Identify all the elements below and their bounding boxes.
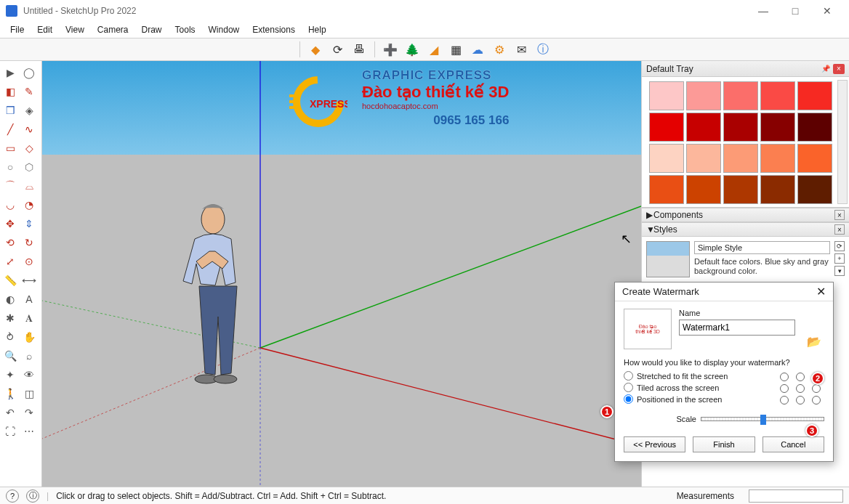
menu-extensions[interactable]: Extensions — [246, 23, 301, 36]
next-tool[interactable]: ↷ — [20, 404, 38, 421]
color-swatch[interactable] — [760, 113, 795, 142]
mail-icon[interactable]: ✉ — [512, 40, 531, 59]
dimension-tool[interactable]: ⟷ — [20, 272, 38, 289]
watermark-name-input[interactable] — [679, 320, 795, 336]
radio-positioned[interactable]: Positioned in the screen — [624, 394, 763, 404]
radio-tiled[interactable]: Tiled across the screen — [624, 383, 763, 392]
color-swatch[interactable] — [760, 175, 795, 204]
circle-tool[interactable]: ○ — [1, 158, 19, 176]
extension-icon[interactable]: ◆ — [306, 40, 325, 59]
close-button[interactable]: ✕ — [811, 0, 843, 22]
finish-button[interactable]: Finish — [693, 436, 755, 452]
color-swatch[interactable] — [686, 144, 721, 173]
help-icon[interactable]: ? — [6, 489, 19, 503]
move-tool[interactable]: ✥ — [1, 215, 19, 232]
walk-tool[interactable]: 🚶 — [1, 385, 19, 402]
color-swatch[interactable] — [797, 175, 832, 204]
color-swatch[interactable] — [649, 175, 684, 204]
scale-tool[interactable]: ⤢ — [1, 253, 19, 270]
color-swatch[interactable] — [797, 113, 832, 142]
position-camera-tool[interactable]: ✦ — [1, 366, 19, 383]
color-swatch[interactable] — [649, 113, 684, 142]
rotate-tool[interactable]: ⟲ — [1, 234, 19, 251]
menu-edit[interactable]: Edit — [31, 23, 58, 36]
styles-panel-header[interactable]: ▼ Styles × — [642, 222, 849, 237]
scale-slider-thumb[interactable] — [760, 415, 766, 425]
pos-mc[interactable] — [796, 384, 805, 393]
arc-tool[interactable]: ⌒ — [1, 177, 19, 195]
zoomwin-tool[interactable]: ⌕ — [20, 347, 38, 365]
zoom-extents-tool[interactable]: ⛶ — [1, 423, 19, 440]
component-tool[interactable]: ❒ — [1, 102, 19, 119]
look-tool[interactable]: 👁 — [20, 366, 38, 383]
pos-bc[interactable] — [796, 396, 805, 405]
pos-tl[interactable] — [780, 373, 789, 381]
layers-icon[interactable]: ◢ — [424, 40, 443, 59]
offset-tool[interactable]: ⊙ — [20, 253, 38, 270]
color-swatch[interactable] — [686, 81, 721, 110]
style-more-icon[interactable]: ▾ — [834, 266, 845, 276]
tray-close-icon[interactable]: × — [833, 64, 845, 74]
rotated-rect-tool[interactable]: ◇ — [20, 139, 38, 157]
tag-tool[interactable]: ◈ — [20, 102, 38, 119]
pie-tool[interactable]: ◔ — [20, 196, 38, 214]
info-icon[interactable]: ⓘ — [534, 40, 552, 59]
color-swatch[interactable] — [723, 113, 758, 142]
arc2-tool[interactable]: ⌓ — [20, 177, 38, 195]
menu-help[interactable]: Help — [302, 23, 332, 36]
color-swatch[interactable] — [649, 81, 684, 110]
person-icon[interactable]: ⓘ — [26, 489, 39, 503]
eraser-tool[interactable]: ◧ — [1, 83, 19, 100]
scale-slider[interactable] — [701, 417, 824, 421]
prev-tool[interactable]: ↶ — [1, 404, 19, 421]
color-swatch[interactable] — [797, 81, 832, 110]
menu-draw[interactable]: Draw — [136, 23, 168, 36]
swatch-scrollbar[interactable] — [837, 80, 848, 204]
color-swatch[interactable] — [723, 175, 758, 204]
style-thumbnail[interactable] — [646, 241, 690, 277]
color-swatch[interactable] — [686, 113, 721, 142]
zoom-tool[interactable]: 🔍 — [1, 347, 19, 365]
color-swatch[interactable] — [760, 81, 795, 110]
radio-stretched[interactable]: Stretched to fit the screen — [624, 371, 763, 381]
orbit-tool[interactable]: ⥁ — [1, 328, 19, 346]
minimize-button[interactable]: — — [747, 0, 779, 22]
dialog-close-icon[interactable]: ✕ — [816, 285, 826, 298]
rectangle-tool[interactable]: ▭ — [1, 139, 19, 157]
add-icon[interactable]: ➕ — [381, 40, 400, 59]
tray-header[interactable]: Default Tray 📌 × — [642, 61, 849, 77]
tape-tool[interactable]: 📏 — [1, 272, 19, 289]
color-swatch[interactable] — [797, 144, 832, 173]
panel-close-icon[interactable]: × — [834, 224, 845, 235]
maximize-button[interactable]: □ — [779, 0, 811, 22]
pushpull-tool[interactable]: ⇕ — [20, 215, 38, 232]
components-panel-header[interactable]: ▶ Components × — [642, 208, 849, 222]
checker-icon[interactable]: ▦ — [446, 40, 465, 59]
menu-camera[interactable]: Camera — [92, 23, 134, 36]
axes-tool[interactable]: ✱ — [1, 309, 19, 327]
text-tool[interactable]: A — [20, 290, 38, 308]
color-swatch[interactable] — [649, 144, 684, 173]
menu-file[interactable]: File — [4, 23, 30, 36]
refresh-icon[interactable]: ⟳ — [328, 40, 347, 59]
viewport[interactable]: XPRESS GRAPHIC EXPRESS Đào tạo thiết kế … — [42, 61, 641, 487]
polygon-tool[interactable]: ⬡ — [20, 158, 38, 176]
browse-icon[interactable]: 📂 — [807, 335, 824, 349]
3dtext-tool[interactable]: 𝐀 — [20, 309, 38, 327]
cloud-icon[interactable]: ☁ — [468, 40, 487, 59]
pos-br[interactable] — [812, 396, 821, 405]
freehand-tool[interactable]: ∿ — [20, 121, 38, 138]
menu-view[interactable]: View — [60, 23, 90, 36]
style-update-icon[interactable]: ⟳ — [834, 241, 845, 251]
select-tool[interactable]: ▶ — [1, 64, 19, 81]
tree-icon[interactable]: 🌲 — [403, 40, 422, 59]
pan-tool[interactable]: ✋ — [20, 328, 38, 346]
gear-icon[interactable]: ⚙ — [490, 40, 509, 59]
lasso-tool[interactable]: ◯ — [20, 64, 38, 81]
color-swatch[interactable] — [723, 144, 758, 173]
cancel-button[interactable]: Cancel — [763, 436, 824, 452]
menu-tools[interactable]: Tools — [169, 23, 201, 36]
paint-tool[interactable]: ✎ — [20, 83, 38, 100]
pos-mr[interactable] — [812, 384, 821, 393]
panel-close-icon[interactable]: × — [834, 210, 845, 220]
